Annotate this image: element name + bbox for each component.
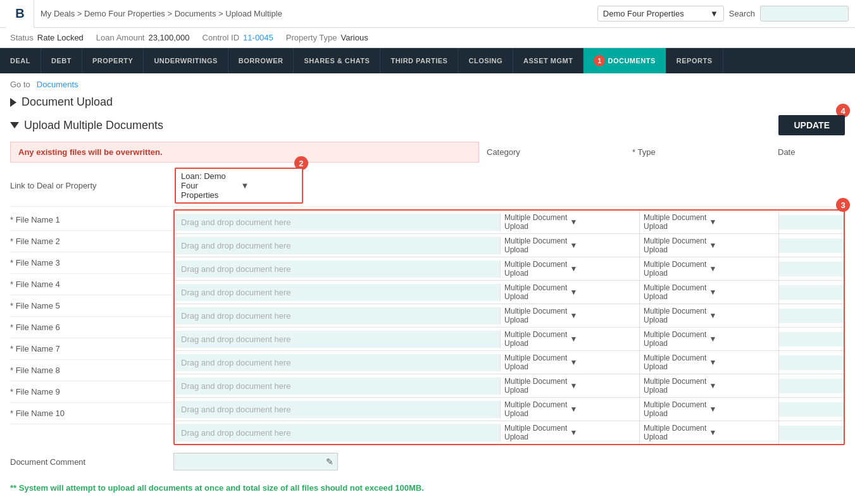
nav-shares-chats[interactable]: SHARES & CHATS (294, 48, 380, 73)
file-row-3: Drag and drop document hereMultiple Docu… (175, 257, 844, 281)
drag-drop-area-5[interactable]: Drag and drop document here (175, 307, 501, 324)
chevron-down-icon: ▼ (709, 218, 775, 226)
date-input-6[interactable] (783, 335, 840, 344)
category-select-2[interactable]: Multiple Document Upload▼ (501, 234, 640, 257)
file-label-5: * File Name 5 (10, 295, 173, 317)
search-input[interactable] (760, 6, 849, 22)
chevron-down-icon: ▼ (570, 218, 636, 226)
chevron-down-icon: ▼ (709, 358, 775, 367)
link-to-deal-dropdown[interactable]: Loan: Demo Four Properties ▼ (175, 168, 303, 204)
upload-multiple-section: Upload Multiple Documents 4 UPDATE Any e… (10, 115, 845, 493)
date-input-4[interactable] (783, 288, 840, 297)
nav-borrower[interactable]: BORROWER (228, 48, 294, 73)
edit-icon[interactable]: ✎ (326, 457, 334, 467)
type-select-4[interactable]: Multiple Document Upload▼ (640, 281, 779, 304)
doc-comment-input-wrapper: ✎ (173, 453, 338, 470)
file-label-4: * File Name 4 (10, 274, 173, 295)
date-input-9[interactable] (783, 405, 840, 414)
type-select-8[interactable]: Multiple Document Upload▼ (640, 374, 779, 397)
category-select-9[interactable]: Multiple Document Upload▼ (501, 398, 640, 421)
date-input-10[interactable] (783, 429, 840, 438)
category-select-5[interactable]: Multiple Document Upload▼ (501, 304, 640, 327)
chevron-down-icon: ▼ (570, 241, 636, 250)
type-select-1[interactable]: Multiple Document Upload▼ (640, 211, 779, 233)
drag-drop-area-10[interactable]: Drag and drop document here (175, 424, 501, 441)
file-row-6: Drag and drop document hereMultiple Docu… (175, 328, 844, 351)
date-cell-5 (779, 309, 844, 323)
chevron-down-icon: ▼ (709, 264, 775, 273)
drag-drop-area-4[interactable]: Drag and drop document here (175, 284, 501, 301)
nav-property[interactable]: PROPERTY (82, 48, 144, 73)
date-input-8[interactable] (783, 382, 840, 391)
control-id-item: Control ID 11-0045 (203, 33, 273, 42)
doc-comment-field[interactable] (178, 457, 323, 467)
top-bar: B My Deals > Demo Four Properties > Docu… (0, 0, 855, 28)
drag-drop-area-1[interactable]: Drag and drop document here (175, 214, 501, 231)
property-type-item: Property Type Various (286, 33, 368, 42)
nav-debt[interactable]: DEBT (41, 48, 82, 73)
file-rows-container: Drag and drop document hereMultiple Docu… (173, 209, 845, 445)
chevron-down-icon: ▼ (570, 358, 636, 367)
property-dropdown[interactable]: Demo Four Properties ▼ (597, 6, 724, 22)
category-select-10[interactable]: Multiple Document Upload▼ (501, 421, 640, 444)
date-cell-4 (779, 285, 844, 300)
date-cell-7 (779, 355, 844, 370)
nav-closing[interactable]: CLOSING (458, 48, 513, 73)
drag-drop-area-6[interactable]: Drag and drop document here (175, 331, 501, 348)
type-select-6[interactable]: Multiple Document Upload▼ (640, 328, 779, 350)
date-input-2[interactable] (783, 242, 840, 250)
status-bar: Status Rate Locked Loan Amount 23,100,00… (0, 28, 855, 48)
file-label-9: * File Name 9 (10, 381, 173, 403)
nav-deal[interactable]: DEAL (0, 48, 41, 73)
section-toggle-icon[interactable] (10, 98, 16, 107)
goto-documents-link[interactable]: Documents (37, 80, 78, 89)
upload-section-toggle-icon[interactable] (10, 122, 19, 128)
drag-drop-area-9[interactable]: Drag and drop document here (175, 401, 501, 418)
nav-documents[interactable]: 1 DOCUMENTS (584, 48, 666, 73)
file-label-3: * File Name 3 (10, 252, 173, 274)
chevron-down-icon: ▼ (570, 288, 636, 297)
loan-value: 23,100,000 (148, 33, 189, 42)
nav-third-parties[interactable]: THIRD PARTIES (380, 48, 458, 73)
nav-asset-mgmt[interactable]: ASSET MGMT (513, 48, 584, 73)
category-select-7[interactable]: Multiple Document Upload▼ (501, 351, 640, 374)
category-select-1[interactable]: Multiple Document Upload▼ (501, 211, 640, 233)
drag-drop-area-3[interactable]: Drag and drop document here (175, 261, 501, 278)
type-select-10[interactable]: Multiple Document Upload▼ (640, 421, 779, 444)
logo: B (6, 0, 34, 28)
file-label-2: * File Name 2 (10, 231, 173, 252)
category-select-3[interactable]: Multiple Document Upload▼ (501, 257, 640, 280)
type-select-7[interactable]: Multiple Document Upload▼ (640, 351, 779, 374)
date-input-7[interactable] (783, 359, 840, 367)
date-input-1[interactable] (783, 218, 840, 227)
update-btn-wrapper: 4 UPDATE (778, 115, 845, 135)
chevron-down-icon: ▼ (570, 381, 636, 390)
drag-drop-area-7[interactable]: Drag and drop document here (175, 354, 501, 371)
file-row-5: Drag and drop document hereMultiple Docu… (175, 304, 844, 328)
drag-drop-area-2[interactable]: Drag and drop document here (175, 237, 501, 254)
footer-note: ** System will attempt to upload all doc… (10, 483, 845, 493)
status-value: Rate Locked (37, 33, 84, 42)
nav-reports[interactable]: REPORTS (666, 48, 723, 73)
file-label-1: * File Name 1 (10, 209, 173, 231)
drag-drop-area-8[interactable]: Drag and drop document here (175, 378, 501, 395)
type-select-2[interactable]: Multiple Document Upload▼ (640, 234, 779, 257)
date-input-5[interactable] (783, 312, 840, 321)
nav-underwritings[interactable]: UNDERWRITINGS (144, 48, 228, 73)
category-select-4[interactable]: Multiple Document Upload▼ (501, 281, 640, 304)
warning-and-headers: Any existing files will be overwritten. … (10, 142, 845, 163)
category-select-8[interactable]: Multiple Document Upload▼ (501, 374, 640, 397)
status-item: Status Rate Locked (10, 33, 84, 42)
type-select-9[interactable]: Multiple Document Upload▼ (640, 398, 779, 421)
type-select-3[interactable]: Multiple Document Upload▼ (640, 257, 779, 280)
file-row-9: Drag and drop document hereMultiple Docu… (175, 398, 844, 421)
chevron-down-icon: ▼ (570, 335, 636, 343)
file-row-8: Drag and drop document hereMultiple Docu… (175, 374, 844, 398)
category-select-6[interactable]: Multiple Document Upload▼ (501, 328, 640, 350)
control-value: 11-0045 (243, 33, 273, 42)
file-label-8: * File Name 8 (10, 360, 173, 381)
date-input-3[interactable] (783, 265, 840, 274)
warning-row: Any existing files will be overwritten. (10, 142, 479, 163)
update-button[interactable]: UPDATE (778, 115, 845, 135)
type-select-5[interactable]: Multiple Document Upload▼ (640, 304, 779, 327)
